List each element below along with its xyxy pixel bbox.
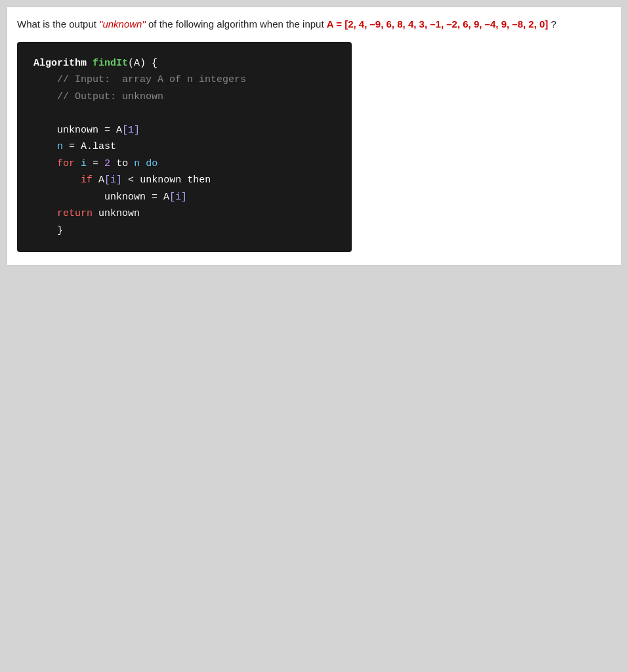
question-suffix: ? <box>548 18 556 30</box>
keyword-for: for <box>57 158 75 169</box>
page-container: What is the output "unknown" of the foll… <box>0 0 628 672</box>
subscript-1: [1] <box>122 125 140 136</box>
literal-2: 2 <box>104 158 110 169</box>
var-unknown3: unknown <box>104 192 146 203</box>
value-ai: A <box>98 175 104 186</box>
code-line-5: n = A.last <box>33 138 335 156</box>
keyword-do: do <box>146 158 157 169</box>
var-unknown4: unknown <box>98 208 140 219</box>
code-line-2: // Input: array A of n integers <box>33 72 335 89</box>
code-line-8: unknown = A[i] <box>33 189 335 206</box>
op-lt: < <box>128 175 134 186</box>
value-a1: A <box>116 125 122 136</box>
subscript-i2: [i] <box>169 192 187 203</box>
keyword-to: to <box>116 158 128 169</box>
var-i: i <box>81 158 87 169</box>
var-n2: n <box>134 158 140 169</box>
comment-output: // Output: unknown <box>33 91 163 102</box>
code-line-9: return unknown <box>33 205 335 222</box>
code-line-blank <box>33 105 335 122</box>
var-unknown2: unknown <box>140 175 181 186</box>
keyword-then: then <box>187 175 211 186</box>
code-line-7: if A[i] < unknown then <box>33 172 335 189</box>
keyword-algorithm: Algorithm <box>33 58 87 69</box>
value-alast: A.last <box>81 141 116 152</box>
question-prefix: What is the output <box>17 18 99 30</box>
code-line-3: // Output: unknown <box>33 89 335 106</box>
comment-input: // Input: array A of n integers <box>33 74 246 85</box>
code-line-10: } <box>33 222 335 240</box>
code-block: Algorithm findIt(A) { // Input: array A … <box>17 42 352 253</box>
code-line-1: Algorithm findIt(A) { <box>33 55 335 72</box>
assign-op: = <box>104 125 110 136</box>
keyword-return: return <box>57 208 93 219</box>
assign-op4: = <box>152 192 157 203</box>
var-n: n <box>57 141 63 152</box>
assign-op3: = <box>93 158 98 169</box>
var-unknown: unknown <box>57 125 98 136</box>
question-array: A = [2, 4, –9, 6, 8, 4, 3, –1, –2, 6, 9,… <box>327 18 549 30</box>
subscript-i: [i] <box>104 175 122 186</box>
keyword-if: if <box>81 175 93 186</box>
question-italic: "unknown" <box>99 18 146 30</box>
function-name: findIt <box>93 58 128 69</box>
code-line-6: for i = 2 to n do <box>33 156 335 173</box>
close-brace: } <box>57 225 63 236</box>
question-card: What is the output "unknown" of the foll… <box>7 7 621 266</box>
value-ai2: A <box>163 192 169 203</box>
assign-op2: = <box>69 141 75 152</box>
code-line-4: unknown = A[1] <box>33 122 335 139</box>
code-paren: (A) { <box>128 58 157 69</box>
question-text: What is the output "unknown" of the foll… <box>17 17 611 32</box>
question-middle: of the following algorithm when the inpu… <box>146 18 327 30</box>
